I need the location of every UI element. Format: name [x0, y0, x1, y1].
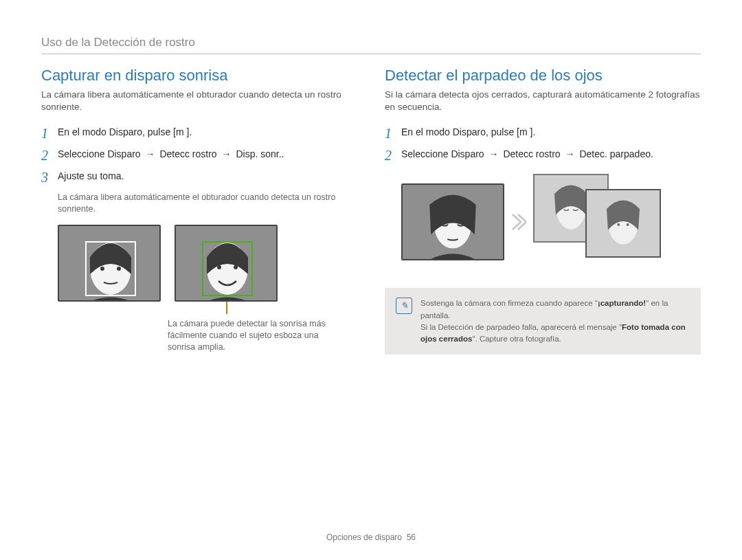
- manual-page: Uso de la Detección de rostro Capturar e…: [0, 0, 742, 560]
- chevron-right-icon: [508, 212, 529, 232]
- step-text: En el modo Disparo, pulse [m ].: [401, 126, 535, 141]
- divider: [41, 54, 701, 54]
- photo-stack: [533, 174, 671, 270]
- arrow-icon: →: [144, 148, 157, 159]
- info-note: ✎ Sostenga la cámara con firmeza cuando …: [385, 288, 701, 355]
- step-subtext: La cámara libera automáticamente el obtu…: [58, 192, 346, 215]
- photo-thumbnail: [58, 225, 161, 302]
- photo-thumbnail: [401, 183, 504, 260]
- step-text: Seleccione Disparo → Detecc rostro → Dis…: [58, 148, 284, 163]
- svg-point-14: [617, 223, 620, 226]
- step-3: 3 Ajuste su toma.: [41, 170, 357, 185]
- left-title: Capturar en disparo sonrisa: [41, 67, 357, 85]
- thumbnail-caption: La cámara puede detectar la sonrisa más …: [168, 318, 326, 353]
- step-number: 2: [385, 148, 401, 163]
- text: Disp. sonr..: [234, 148, 284, 159]
- right-column: Detectar el parpadeo de los ojos Si la c…: [385, 67, 701, 355]
- arrow-icon: →: [563, 148, 577, 159]
- section-header: Uso de la Detección de rostro: [41, 36, 701, 49]
- step-text: Seleccione Disparo → Detecc rostro → Det…: [401, 148, 653, 163]
- two-column-layout: Capturar en disparo sonrisa La cámara li…: [41, 67, 701, 355]
- text: Sostenga la cámara con firmeza cuando ap…: [420, 299, 598, 307]
- step-1: 1 En el modo Disparo, pulse [m ].: [385, 126, 701, 141]
- text: Detecc rostro: [157, 148, 220, 159]
- callout-line: [226, 302, 227, 314]
- left-column: Capturar en disparo sonrisa La cámara li…: [41, 67, 357, 355]
- step-text: En el modo Disparo, pulse [m ].: [58, 126, 192, 141]
- face-detection-frame: [85, 241, 136, 296]
- text: Seleccione Disparo: [401, 148, 487, 159]
- thumbnail-wrapper: La cámara puede detectar la sonrisa más …: [175, 225, 326, 353]
- text: Detec. parpadeo.: [577, 148, 653, 159]
- example-thumbnails: La cámara puede detectar la sonrisa más …: [58, 225, 357, 353]
- page-number: 56: [407, 533, 416, 542]
- text: Si la Detección de parpadeo falla, apare…: [420, 323, 622, 331]
- svg-point-15: [627, 223, 629, 226]
- smile-detection-frame: [202, 241, 253, 296]
- footer-label: Opciones de disparo: [326, 533, 402, 542]
- step-2: 2 Seleccione Disparo → Detecc rostro → D…: [41, 148, 357, 163]
- text: Seleccione Disparo: [58, 148, 144, 159]
- text: ". Capture otra fotografía.: [472, 335, 561, 343]
- arrow-icon: →: [487, 148, 501, 159]
- face-illustration: [403, 185, 503, 259]
- blink-illustration-row: [401, 174, 701, 270]
- page-footer: Opciones de disparo 56: [0, 533, 742, 542]
- step-number: 1: [41, 126, 58, 141]
- arrow-icon: →: [220, 148, 234, 159]
- left-lead: La cámara libera automáticamente el obtu…: [41, 89, 357, 113]
- face-illustration: [587, 190, 660, 256]
- info-icon: ✎: [396, 298, 412, 314]
- step-number: 3: [41, 170, 58, 185]
- bold-text: ¡capturando!: [598, 299, 646, 307]
- step-1: 1 En el modo Disparo, pulse [m ].: [41, 126, 357, 141]
- text: Detecc rostro: [501, 148, 563, 159]
- right-lead: Si la cámara detecta ojos cerrados, capt…: [385, 89, 701, 113]
- right-title: Detectar el parpadeo de los ojos: [385, 67, 701, 85]
- step-number: 1: [385, 126, 401, 141]
- stacked-photo-front: [585, 189, 661, 258]
- step-2: 2 Seleccione Disparo → Detecc rostro → D…: [385, 148, 701, 163]
- note-text: Sostenga la cámara con firmeza cuando ap…: [420, 298, 690, 345]
- photo-thumbnail: [175, 225, 278, 302]
- step-text: Ajuste su toma.: [58, 170, 124, 185]
- step-number: 2: [41, 148, 58, 163]
